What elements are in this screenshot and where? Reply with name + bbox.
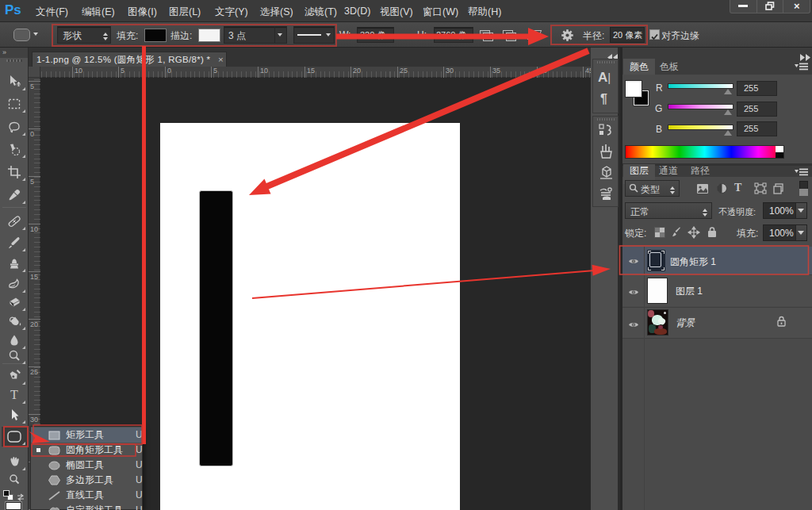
svg-text:T: T <box>10 388 18 401</box>
